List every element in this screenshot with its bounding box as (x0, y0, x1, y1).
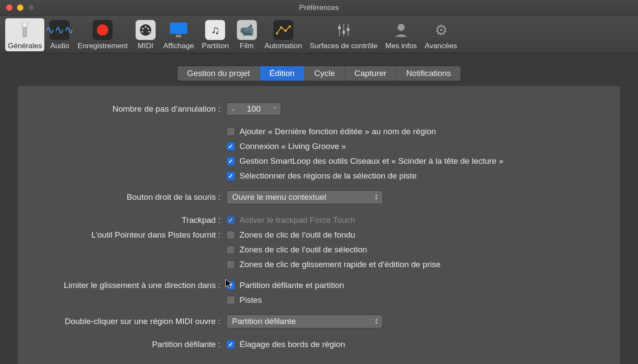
sub-tab-bar: Gestion du projet Édition Cycle Capturer… (17, 66, 621, 81)
toolbar-label: Enregistrement (77, 42, 127, 50)
checkbox-label: Ajouter « Dernière fonction éditée » au … (239, 127, 436, 136)
record-icon (93, 20, 113, 40)
toolbar-item-film[interactable]: 📹 Film (234, 18, 259, 51)
checkbox-label: Sélectionner des régions de la sélection… (239, 171, 417, 181)
gear-icon: ⚙ (431, 20, 451, 40)
toolbar-item-generales[interactable]: Générales (5, 18, 44, 51)
checkbox-pianoroll-score[interactable] (226, 281, 235, 290)
svg-point-6 (141, 31, 143, 33)
svg-rect-18 (342, 31, 345, 33)
right-mouse-label: Bouton droit de la souris : (44, 192, 226, 202)
svg-rect-9 (176, 35, 181, 37)
checkbox-label: Zones de clic de l’outil de sélection (239, 245, 367, 255)
select-value: Partition défilante (232, 317, 296, 326)
chevrons-icon: ▲▼ (375, 318, 378, 325)
tab-label: Cycle (314, 69, 335, 78)
camera-icon: 📹 (237, 20, 257, 40)
toolbar-label: Affichage (163, 42, 194, 50)
svg-point-3 (142, 28, 144, 30)
toolbar-label: Film (240, 42, 254, 50)
checkbox-label: Élagage des bords de région (239, 340, 345, 349)
svg-point-4 (147, 28, 149, 30)
checkbox-tracks[interactable] (226, 296, 235, 304)
titlebar: Préférences (0, 0, 638, 16)
checkbox-region-border[interactable] (226, 340, 235, 349)
edition-panel: Nombre de pas d’annulation : ⌄ 100 ⌃ Ajo… (17, 86, 621, 364)
tab-label: Capturer (354, 69, 386, 78)
checkbox-label: Connexion « Living Groove » (239, 142, 346, 151)
pointer-tool-label: L’outil Pointeur dans Pistes fournit : (44, 230, 226, 240)
waveform-icon: ∿∿∿ (50, 20, 70, 40)
tab-notifications[interactable]: Notifications (396, 66, 461, 81)
toolbar-item-surfaces[interactable]: Surfaces de contrôle (307, 18, 380, 51)
user-icon (391, 20, 411, 40)
checkbox-quickswipe-zones[interactable] (226, 260, 235, 269)
tab-label: Notifications (406, 69, 451, 78)
toolbar-item-avancees[interactable]: ⚙ Avancées (422, 18, 459, 51)
toolbar-label: Générales (8, 42, 42, 50)
toolbar-item-automation[interactable]: Automation (262, 18, 305, 51)
toolbar-label: MIDI (138, 42, 153, 50)
svg-point-20 (398, 24, 405, 31)
checkbox-label: Activer le trackpad Force Touch (239, 215, 355, 225)
stepper-decrement[interactable]: ⌄ (227, 103, 239, 115)
checkbox-marquee-zones[interactable] (226, 245, 235, 254)
pianoroll-label: Partition défilante : (44, 340, 226, 349)
checkbox-label: Pistes (239, 295, 262, 305)
svg-point-5 (145, 26, 146, 28)
limit-drag-label: Limiter le glissement à une direction da… (44, 281, 226, 290)
svg-rect-17 (338, 26, 341, 29)
preferences-toolbar: Générales ∿∿∿ Audio Enregistrement MIDI … (0, 16, 638, 53)
checkbox-smartloop[interactable] (226, 157, 235, 165)
chevrons-icon: ▲▼ (375, 194, 378, 201)
window-title: Préférences (0, 3, 638, 12)
checkbox-select-regions[interactable] (226, 172, 235, 180)
toolbar-label: Automation (265, 42, 302, 50)
toolbar-item-partition[interactable]: ♫ Partition (199, 18, 231, 51)
checkbox-label: Zones de clic de l’outil de fondu (239, 230, 355, 240)
svg-point-7 (148, 31, 150, 33)
tab-edition[interactable]: Édition (260, 66, 305, 81)
toolbar-item-affichage[interactable]: Affichage (161, 18, 197, 51)
checkbox-label: Zones de clic de glissement rapide et d’… (239, 260, 441, 269)
svg-rect-8 (170, 23, 187, 34)
checkbox-label: Gestion SmartLoop des outils Ciseaux et … (239, 156, 503, 166)
checkbox-force-touch (226, 216, 235, 225)
toolbar-label: Audio (50, 42, 69, 50)
checkbox-living-groove[interactable] (226, 142, 235, 151)
tab-cycle[interactable]: Cycle (305, 66, 345, 81)
right-mouse-select[interactable]: Ouvre le menu contextuel ▲▼ (226, 190, 383, 204)
svg-point-11 (280, 26, 282, 29)
undo-steps-label: Nombre de pas d’annulation : (44, 104, 226, 114)
toolbar-label: Partition (202, 42, 229, 50)
toolbar-label: Mes infos (385, 42, 417, 50)
score-icon: ♫ (205, 20, 225, 40)
toolbar-label: Avancées (425, 42, 457, 50)
toolbar-item-midi[interactable]: MIDI (133, 18, 158, 51)
svg-point-12 (284, 30, 286, 32)
toolbar-item-enregistrement[interactable]: Enregistrement (75, 18, 130, 51)
select-value: Ouvre le menu contextuel (232, 192, 326, 202)
stepper-value: 100 (239, 104, 269, 114)
display-icon (169, 20, 189, 40)
svg-rect-1 (22, 22, 27, 27)
switch-icon (19, 22, 31, 38)
svg-rect-19 (347, 28, 349, 31)
svg-point-2 (140, 24, 151, 36)
checkbox-fade-zones[interactable] (226, 231, 235, 239)
tab-capturer[interactable]: Capturer (345, 66, 396, 81)
checkbox-label: Partition défilante et partition (239, 281, 344, 290)
checkbox-add-last-edit[interactable] (226, 127, 235, 136)
sliders-icon (334, 20, 354, 40)
trackpad-label: Trackpad : (44, 215, 226, 225)
automation-icon (273, 20, 293, 40)
doubleclick-label: Double-cliquer sur une région MIDI ouvre… (44, 317, 226, 326)
tab-label: Gestion du projet (187, 69, 250, 78)
doubleclick-select[interactable]: Partition défilante ▲▼ (226, 314, 383, 328)
toolbar-item-mesinfos[interactable]: Mes infos (383, 18, 420, 51)
tab-label: Édition (269, 69, 295, 78)
undo-steps-stepper[interactable]: ⌄ 100 ⌃ (226, 103, 281, 116)
stepper-increment[interactable]: ⌃ (269, 103, 281, 115)
toolbar-item-audio[interactable]: ∿∿∿ Audio (47, 18, 72, 51)
tab-gestion-du-projet[interactable]: Gestion du projet (177, 66, 260, 81)
